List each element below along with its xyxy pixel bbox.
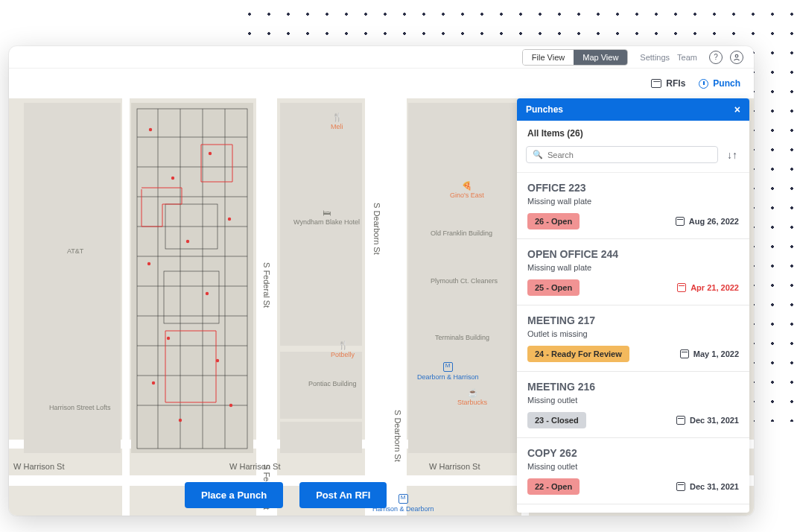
settings-link[interactable]: Settings (640, 53, 670, 62)
street-label: W Harrison St (13, 462, 64, 471)
punch-description: Outlet is missing (527, 329, 739, 338)
svg-rect-1 (137, 109, 247, 449)
map-building (280, 422, 362, 453)
status-badge: 26 - Open (527, 213, 580, 229)
restaurant-icon (338, 340, 348, 349)
close-icon[interactable]: × (734, 104, 740, 115)
search-input[interactable] (547, 151, 711, 159)
svg-point-28 (229, 404, 232, 407)
poi-ginos: Gino's East (450, 180, 484, 200)
punch-title: MEETING 216 (527, 381, 739, 393)
status-badge: 24 - Ready For Review (527, 346, 629, 362)
punch-item[interactable]: OFFICE 240 (517, 504, 749, 513)
status-badge: 25 - Open (527, 279, 580, 296)
top-icons: ? (709, 51, 743, 64)
floorplan-overlay (136, 107, 249, 450)
street-label: S Dearborn St (393, 410, 402, 462)
app-window: File View Map View Settings Team ? RFIs … (9, 46, 754, 516)
punch-title: MEETING 217 (527, 314, 739, 326)
metro-icon (399, 494, 408, 504)
street-label: W Harrison St (429, 462, 480, 471)
poi-label: Old Franklin Building (431, 229, 492, 238)
calendar-icon (676, 482, 685, 491)
punch-date: Dec 31, 2021 (676, 482, 739, 491)
punch-title: OFFICE 223 (527, 182, 739, 194)
svg-point-20 (171, 177, 174, 180)
poi-label: Pontiac Building (308, 380, 357, 389)
poi-metro-dh: Dearborn & Harrison (417, 362, 479, 382)
street-label: W Harrison St (229, 462, 280, 471)
svg-point-22 (186, 240, 189, 243)
svg-point-23 (147, 262, 150, 265)
svg-point-27 (179, 419, 182, 422)
team-link[interactable]: Team (677, 53, 697, 62)
poi-meli: Meli (331, 112, 343, 132)
hotel-icon (322, 207, 331, 217)
punch-item[interactable]: OFFICE 223 Missing wall plate 26 - Open … (517, 173, 749, 238)
punches-panel: Punches × All Items (26) 🔍 ↓↑ OFFICE 223… (517, 98, 749, 513)
sub-toolbar: RFIs Punch (9, 69, 754, 98)
svg-point-25 (167, 337, 170, 340)
panel-header: Punches × (517, 98, 749, 121)
poi-starbucks: Starbucks (457, 387, 487, 408)
svg-point-29 (152, 381, 155, 384)
rfis-icon (651, 79, 661, 88)
poi-label: Harrison Street Lofts (49, 404, 111, 413)
punch-item[interactable]: COPY 262 Missing outlet 22 - Open Dec 31… (517, 437, 749, 504)
poi-label: Terminals Building (435, 334, 489, 343)
tab-label: RFIs (666, 78, 685, 89)
tab-punch[interactable]: Punch (699, 78, 740, 89)
tab-rfis[interactable]: RFIs (651, 78, 685, 89)
svg-point-21 (228, 218, 231, 221)
punch-item[interactable]: MEETING 217 Outlet is missing 24 - Ready… (517, 305, 749, 371)
tab-label: Punch (713, 78, 740, 89)
calendar-icon (676, 416, 685, 425)
status-badge: 22 - Open (527, 478, 580, 495)
poi-label: AT&T (67, 247, 83, 256)
map-building (24, 103, 121, 453)
svg-point-18 (149, 128, 152, 131)
punch-title: OPEN OFFICE 244 (527, 248, 739, 260)
poi-label: Plymouth Ct. Cleaners (431, 277, 498, 286)
place-punch-button[interactable]: Place a Punch (185, 482, 283, 508)
search-icon: 🔍 (533, 150, 543, 159)
post-rfi-button[interactable]: Post An RFI (299, 482, 387, 508)
punch-description: Missing outlet (527, 396, 739, 405)
panel-subtitle: All Items (26) (517, 121, 749, 142)
help-icon[interactable]: ? (709, 51, 723, 64)
punch-list: OFFICE 223 Missing wall plate 26 - Open … (517, 173, 749, 513)
calendar-icon (680, 349, 689, 358)
punch-date: Apr 21, 2022 (677, 283, 739, 292)
punch-date: May 1, 2022 (680, 349, 739, 358)
punch-description: Missing wall plate (527, 263, 739, 272)
svg-point-19 (209, 152, 212, 155)
top-toolbar: File View Map View Settings Team ? (9, 46, 754, 69)
coffee-icon (468, 387, 477, 397)
top-links: Settings Team (640, 53, 697, 62)
poi-potbelly: Potbelly (331, 340, 355, 360)
punch-item[interactable]: MEETING 216 Missing outlet 23 - Closed D… (517, 371, 749, 437)
pizza-icon (462, 180, 472, 190)
status-badge: 23 - Closed (527, 412, 586, 428)
restaurant-icon (332, 112, 342, 121)
calendar-icon (676, 217, 685, 226)
view-toggle-group: File View Map View (522, 49, 629, 66)
sort-button[interactable]: ↓↑ (724, 147, 740, 163)
punch-title: COPY 262 (527, 447, 739, 459)
svg-point-26 (216, 359, 219, 362)
calendar-icon (677, 283, 686, 292)
punch-item[interactable]: OPEN OFFICE 244 Missing wall plate 25 - … (517, 238, 749, 305)
map-action-buttons: Place a Punch Post An RFI (185, 482, 387, 508)
poi-hotel: Wyndham Blake Hotel (293, 207, 360, 227)
street-label: S Federal St (262, 262, 271, 308)
road (122, 98, 130, 516)
file-view-button[interactable]: File View (523, 50, 574, 65)
punch-icon (699, 79, 708, 89)
punch-date: Dec 31, 2021 (676, 416, 739, 425)
search-row: 🔍 ↓↑ (517, 142, 749, 173)
metro-icon (443, 362, 453, 372)
account-icon[interactable] (730, 51, 743, 64)
search-box: 🔍 (526, 146, 718, 163)
map-view-button[interactable]: Map View (574, 50, 627, 65)
svg-rect-17 (164, 271, 219, 323)
